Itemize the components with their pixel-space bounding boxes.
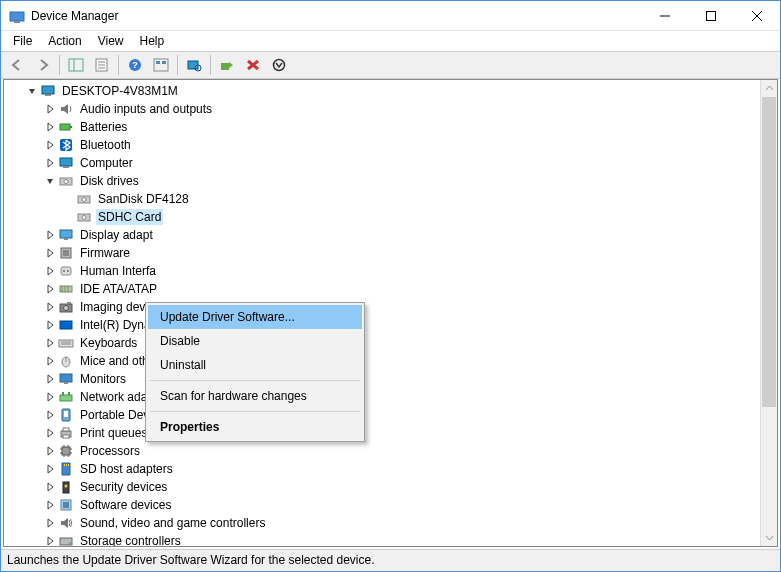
context-menu-item[interactable]: Disable <box>148 329 362 353</box>
tree-expander-closed[interactable] <box>44 445 56 457</box>
tree-expander-closed[interactable] <box>44 121 56 133</box>
svg-rect-1 <box>14 21 20 23</box>
toolbar-separator <box>210 55 211 75</box>
tree-category[interactable]: Monitors <box>4 370 760 388</box>
tree-root[interactable]: DESKTOP-4V83M1M <box>4 82 760 100</box>
tree-category[interactable]: SD host adapters <box>4 460 760 478</box>
tree-device[interactable]: SanDisk DF4128 <box>4 190 760 208</box>
tree-expander-closed[interactable] <box>44 139 56 151</box>
tree-node-label: SDHC Card <box>96 209 163 225</box>
tree-expander-closed[interactable] <box>44 355 56 367</box>
tree-category[interactable]: Sound, video and game controllers <box>4 514 760 532</box>
context-menu-item[interactable]: Scan for hardware changes <box>148 384 362 408</box>
svg-rect-19 <box>221 63 229 70</box>
tree-category[interactable]: Batteries <box>4 118 760 136</box>
menu-help[interactable]: Help <box>132 32 173 50</box>
menu-view[interactable]: View <box>90 32 132 50</box>
tree-expander-closed[interactable] <box>44 283 56 295</box>
maximize-button[interactable] <box>688 1 734 31</box>
tree-expander-closed[interactable] <box>44 463 56 475</box>
show-hide-tree-button[interactable] <box>64 54 88 76</box>
update-driver-button[interactable] <box>215 54 239 76</box>
tree-category[interactable]: Human Interfa <box>4 262 760 280</box>
context-menu-item[interactable]: Update Driver Software... <box>148 305 362 329</box>
tree-category[interactable]: Bluetooth <box>4 136 760 154</box>
device-tree[interactable]: DESKTOP-4V83M1M Audio inputs and outputs… <box>4 80 760 546</box>
tree-node-label: SD host adapters <box>78 461 175 477</box>
scrollbar-thumb[interactable] <box>762 97 776 407</box>
tree-expander-closed[interactable] <box>44 229 56 241</box>
tree-category[interactable]: Software devices <box>4 496 760 514</box>
vertical-scrollbar[interactable] <box>760 80 777 546</box>
tree-category[interactable]: Audio inputs and outputs <box>4 100 760 118</box>
help-button[interactable]: ? <box>123 54 147 76</box>
menu-file[interactable]: File <box>5 32 40 50</box>
tree-expander-closed[interactable] <box>44 157 56 169</box>
tree-category[interactable]: Display adapt <box>4 226 760 244</box>
tree-category[interactable]: Intel(R) Dynar <box>4 316 760 334</box>
context-menu-item[interactable]: Uninstall <box>148 353 362 377</box>
tree-category[interactable]: Keyboards <box>4 334 760 352</box>
tree-category[interactable]: Processors <box>4 442 760 460</box>
tree-expander-closed[interactable] <box>44 535 56 546</box>
tree-expander-closed[interactable] <box>44 481 56 493</box>
context-menu-item[interactable]: Properties <box>148 415 362 439</box>
tree-category[interactable]: Network adapters <box>4 388 760 406</box>
tree-expander-closed[interactable] <box>44 409 56 421</box>
svg-rect-14 <box>154 59 168 71</box>
tree-category[interactable]: Disk drives <box>4 172 760 190</box>
tree-category[interactable]: Print queues <box>4 424 760 442</box>
forward-button[interactable] <box>31 54 55 76</box>
tree-node-label: Bluetooth <box>78 137 133 153</box>
tree-category[interactable]: IDE ATA/ATAP <box>4 280 760 298</box>
back-button[interactable] <box>5 54 29 76</box>
tree-expander-closed[interactable] <box>44 319 56 331</box>
svg-rect-77 <box>68 464 69 466</box>
tree-expander-open[interactable] <box>44 175 56 187</box>
tree-category[interactable]: Security devices <box>4 478 760 496</box>
tree-category[interactable]: Firmware <box>4 244 760 262</box>
scroll-up-button[interactable] <box>761 80 777 97</box>
close-button[interactable] <box>734 1 780 31</box>
menu-action[interactable]: Action <box>40 32 89 50</box>
tree-category[interactable]: Computer <box>4 154 760 172</box>
speaker-icon <box>58 101 74 117</box>
svg-rect-81 <box>63 502 69 508</box>
disable-button[interactable] <box>267 54 291 76</box>
svg-rect-56 <box>60 374 72 382</box>
tree-device[interactable]: SDHC Card <box>4 208 760 226</box>
tree-expander-closed[interactable] <box>44 337 56 349</box>
tree-expander-closed[interactable] <box>44 517 56 529</box>
svg-rect-60 <box>68 392 70 395</box>
tree-expander-closed[interactable] <box>44 373 56 385</box>
mouse-icon <box>58 353 74 369</box>
view-mode-button[interactable] <box>149 54 173 76</box>
tree-category[interactable]: Mice and other pointing devices <box>4 352 760 370</box>
tree-category[interactable]: Portable Devices <box>4 406 760 424</box>
keyboard-icon <box>58 335 74 351</box>
tree-expander-open[interactable] <box>26 85 38 97</box>
scan-hardware-button[interactable] <box>182 54 206 76</box>
tree-node-label: Display adapt <box>78 227 155 243</box>
svg-rect-39 <box>63 250 69 256</box>
tree-expander-closed[interactable] <box>44 391 56 403</box>
svg-point-31 <box>64 180 68 184</box>
svg-rect-58 <box>60 395 72 401</box>
uninstall-button[interactable] <box>241 54 265 76</box>
tree-expander-closed[interactable] <box>44 301 56 313</box>
tree-expander-closed[interactable] <box>44 103 56 115</box>
tree-node-label: Print queues <box>78 425 149 441</box>
tree-node-label: Sound, video and game controllers <box>78 515 267 531</box>
tree-category[interactable]: Imaging devic <box>4 298 760 316</box>
tree-category[interactable]: Storage controllers <box>4 532 760 546</box>
tree-node-label: DESKTOP-4V83M1M <box>60 83 180 99</box>
scroll-down-button[interactable] <box>761 529 777 546</box>
app-icon <box>9 8 25 24</box>
tree-expander-closed[interactable] <box>44 247 56 259</box>
properties-button[interactable] <box>90 54 114 76</box>
computer-icon <box>40 83 56 99</box>
tree-expander-closed[interactable] <box>44 265 56 277</box>
minimize-button[interactable] <box>642 1 688 31</box>
tree-expander-closed[interactable] <box>44 427 56 439</box>
tree-expander-closed[interactable] <box>44 499 56 511</box>
